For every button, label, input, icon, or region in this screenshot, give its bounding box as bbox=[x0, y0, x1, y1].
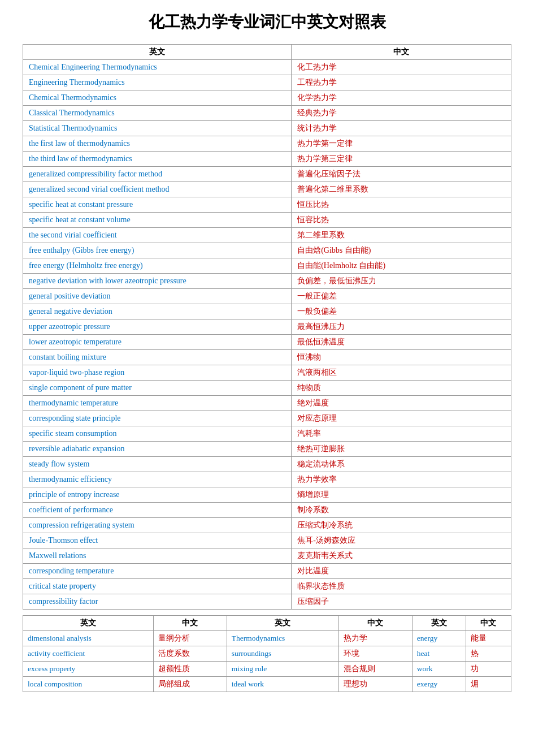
cell-en: Engineering Thermodynamics bbox=[23, 75, 292, 90]
table-row: the second virial coefficient第二维里系数 bbox=[23, 228, 511, 243]
table-row: Maxwell relations麦克斯韦关系式 bbox=[23, 548, 511, 564]
table-row: Statistical Thermodynamics统计热力学 bbox=[23, 121, 511, 136]
main-table-header-en: 英文 bbox=[23, 45, 292, 60]
bottom-header-2: 英文 bbox=[227, 616, 338, 631]
cell-en: coefficient of performance bbox=[23, 503, 292, 518]
table-row: specific steam consumption汽耗率 bbox=[23, 426, 511, 442]
cell-zh: 热力学第一定律 bbox=[292, 136, 511, 152]
cell-zh: 最低恒沸温度 bbox=[292, 335, 511, 350]
cell-en: the third law of thermodynamics bbox=[23, 152, 292, 167]
table-row: reversible adiabatic expansion绝热可逆膨胀 bbox=[23, 442, 511, 457]
cell-zh: 热 bbox=[466, 646, 511, 662]
table-row: principle of entropy increase熵增原理 bbox=[23, 487, 511, 503]
cell-en: specific steam consumption bbox=[23, 426, 292, 442]
cell-en: compression refrigerating system bbox=[23, 518, 292, 533]
table-row: generalized second virial coefficient me… bbox=[23, 182, 511, 197]
cell-en: Classical Thermodynamics bbox=[23, 106, 292, 121]
cell-en: single component of pure matter bbox=[23, 381, 292, 396]
cell-en: activity coefficient bbox=[23, 646, 154, 662]
cell-zh: 自由焓(Gibbs 自由能) bbox=[292, 243, 511, 258]
cell-zh: 焦耳-汤姆森效应 bbox=[292, 533, 511, 548]
table-row: Chemical Engineering Thermodynamics化工热力学 bbox=[23, 60, 511, 75]
cell-zh: 㶲 bbox=[466, 677, 511, 692]
table-row: single component of pure matter纯物质 bbox=[23, 381, 511, 396]
cell-en: lower azeotropic temperature bbox=[23, 335, 292, 350]
bottom-row: local composition局部组成ideal work理想功exergy… bbox=[23, 677, 511, 692]
cell-zh: 制冷系数 bbox=[292, 503, 511, 518]
cell-en: Maxwell relations bbox=[23, 548, 292, 564]
cell-zh: 量纲分析 bbox=[153, 631, 227, 646]
cell-en: dimensional analysis bbox=[23, 631, 154, 646]
table-row: specific heat at constant volume恒容比热 bbox=[23, 213, 511, 228]
cell-zh: 第二维里系数 bbox=[292, 228, 511, 243]
table-row: upper azeotropic pressure最高恒沸压力 bbox=[23, 319, 511, 335]
cell-en: energy bbox=[412, 631, 466, 646]
cell-zh: 普遍化压缩因子法 bbox=[292, 167, 511, 182]
cell-en: the second virial coefficient bbox=[23, 228, 292, 243]
table-row: specific heat at constant pressure恒压比热 bbox=[23, 197, 511, 213]
cell-en: corresponding temperature bbox=[23, 564, 292, 579]
cell-zh: 汽耗率 bbox=[292, 426, 511, 442]
table-row: Chemical Thermodynamics化学热力学 bbox=[23, 90, 511, 106]
cell-zh: 热力学 bbox=[338, 631, 412, 646]
cell-zh: 压缩式制冷系统 bbox=[292, 518, 511, 533]
table-row: free energy (Helmholtz free energy)自由能(H… bbox=[23, 258, 511, 274]
table-row: compression refrigerating system压缩式制冷系统 bbox=[23, 518, 511, 533]
bottom-row: excess property超额性质mixing rule混合规则work功 bbox=[23, 662, 511, 677]
cell-en: heat bbox=[412, 646, 466, 662]
cell-en: upper azeotropic pressure bbox=[23, 319, 292, 335]
table-row: Joule-Thomson effect焦耳-汤姆森效应 bbox=[23, 533, 511, 548]
table-row: general negative deviation一般负偏差 bbox=[23, 304, 511, 319]
cell-zh: 汽液两相区 bbox=[292, 365, 511, 381]
cell-zh: 恒沸物 bbox=[292, 350, 511, 365]
cell-en: the first law of thermodynamics bbox=[23, 136, 292, 152]
page-title: 化工热力学专业词汇中英文对照表 bbox=[23, 11, 511, 33]
table-row: Classical Thermodynamics经典热力学 bbox=[23, 106, 511, 121]
cell-en: Statistical Thermodynamics bbox=[23, 121, 292, 136]
cell-zh: 混合规则 bbox=[338, 662, 412, 677]
cell-en: local composition bbox=[23, 677, 154, 692]
cell-en: free enthalpy (Gibbs free energy) bbox=[23, 243, 292, 258]
bottom-header-3: 中文 bbox=[338, 616, 412, 631]
cell-en: surroundings bbox=[227, 646, 338, 662]
table-row: generalized compressibility factor metho… bbox=[23, 167, 511, 182]
cell-en: general positive deviation bbox=[23, 289, 292, 304]
cell-zh: 恒容比热 bbox=[292, 213, 511, 228]
main-table-header-zh: 中文 bbox=[292, 45, 511, 60]
cell-zh: 压缩因子 bbox=[292, 594, 511, 610]
cell-zh: 热力学第三定律 bbox=[292, 152, 511, 167]
table-row: coefficient of performance制冷系数 bbox=[23, 503, 511, 518]
cell-en: critical state property bbox=[23, 579, 292, 594]
cell-en: specific heat at constant volume bbox=[23, 213, 292, 228]
cell-zh: 绝对温度 bbox=[292, 396, 511, 411]
bottom-header-0: 英文 bbox=[23, 616, 154, 631]
cell-zh: 一般负偏差 bbox=[292, 304, 511, 319]
cell-zh: 绝热可逆膨胀 bbox=[292, 442, 511, 457]
bottom-header-5: 中文 bbox=[466, 616, 511, 631]
cell-zh: 对比温度 bbox=[292, 564, 511, 579]
cell-en: reversible adiabatic expansion bbox=[23, 442, 292, 457]
cell-zh: 化学热力学 bbox=[292, 90, 511, 106]
cell-zh: 功 bbox=[466, 662, 511, 677]
cell-en: steady flow system bbox=[23, 457, 292, 472]
cell-en: Chemical Engineering Thermodynamics bbox=[23, 60, 292, 75]
cell-zh: 超额性质 bbox=[153, 662, 227, 677]
cell-zh: 自由能(Helmholtz 自由能) bbox=[292, 258, 511, 274]
table-row: negative deviation with lower azeotropic… bbox=[23, 274, 511, 289]
cell-zh: 能量 bbox=[466, 631, 511, 646]
cell-zh: 活度系数 bbox=[153, 646, 227, 662]
cell-zh: 最高恒沸压力 bbox=[292, 319, 511, 335]
cell-zh: 统计热力学 bbox=[292, 121, 511, 136]
cell-zh: 稳定流动体系 bbox=[292, 457, 511, 472]
table-row: lower azeotropic temperature最低恒沸温度 bbox=[23, 335, 511, 350]
cell-en: generalized compressibility factor metho… bbox=[23, 167, 292, 182]
table-row: critical state property临界状态性质 bbox=[23, 579, 511, 594]
cell-en: Thermodynamics bbox=[227, 631, 338, 646]
table-row: general positive deviation一般正偏差 bbox=[23, 289, 511, 304]
cell-zh: 负偏差，最低恒沸压力 bbox=[292, 274, 511, 289]
cell-en: Joule-Thomson effect bbox=[23, 533, 292, 548]
table-row: free enthalpy (Gibbs free energy)自由焓(Gib… bbox=[23, 243, 511, 258]
cell-zh: 局部组成 bbox=[153, 677, 227, 692]
cell-zh: 一般正偏差 bbox=[292, 289, 511, 304]
cell-en: Chemical Thermodynamics bbox=[23, 90, 292, 106]
